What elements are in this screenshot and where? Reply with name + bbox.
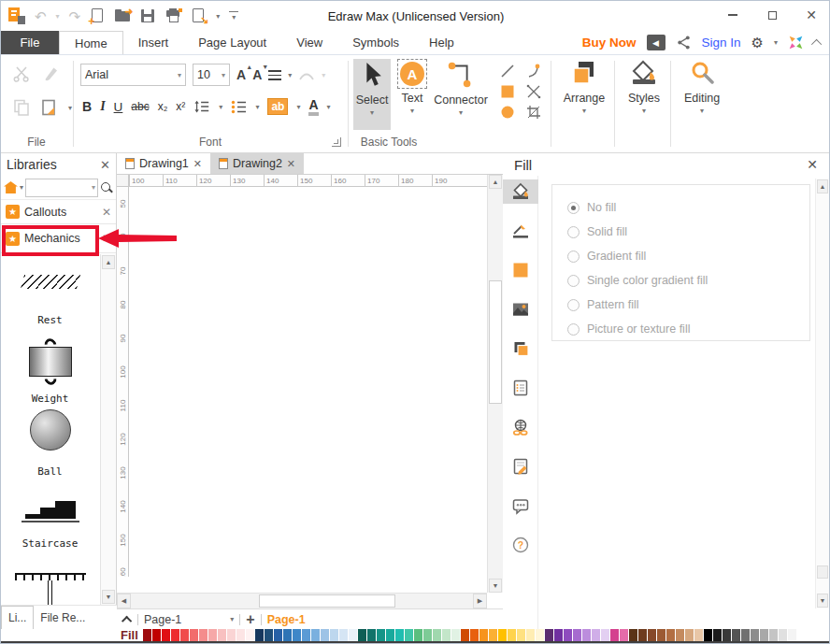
radio-icon[interactable] xyxy=(567,202,580,214)
color-swatch[interactable] xyxy=(769,629,778,641)
color-swatch[interactable] xyxy=(199,629,208,641)
arc-text-dropdown-icon[interactable]: ▾ xyxy=(322,71,325,79)
tab-page-layout[interactable]: Page Layout xyxy=(183,31,281,54)
color-swatch[interactable] xyxy=(236,629,245,641)
select-tool-button[interactable]: Select ▾ xyxy=(353,59,391,130)
shape-item-rest[interactable]: Rest xyxy=(22,267,79,326)
color-swatch[interactable] xyxy=(152,629,161,641)
highlight-dropdown-icon[interactable]: ▾ xyxy=(296,103,300,111)
underline-button[interactable]: U xyxy=(114,100,123,114)
copy-icon[interactable] xyxy=(12,98,31,117)
line-spacing-icon[interactable] xyxy=(193,99,210,114)
option-single-color-gradient-fill[interactable]: Single color gradient fill xyxy=(567,268,809,293)
tab-libraries-bottom[interactable]: Li... xyxy=(1,606,34,629)
increase-font-button[interactable]: A▲ xyxy=(236,67,246,82)
radio-icon[interactable] xyxy=(567,323,580,336)
canvas-scroll-left-icon[interactable]: ◀ xyxy=(117,594,131,608)
format-painter-icon[interactable] xyxy=(42,64,61,83)
color-swatch[interactable] xyxy=(779,629,787,641)
tab-view[interactable]: View xyxy=(281,31,337,54)
undo-dropdown-icon[interactable]: ▾ xyxy=(56,12,60,21)
canvas-scroll-right-icon[interactable]: ▶ xyxy=(473,594,487,608)
shape-item-beam[interactable] xyxy=(15,550,86,605)
color-swatch[interactable] xyxy=(405,629,413,641)
drawing1-close-icon[interactable]: ✕ xyxy=(193,158,202,170)
open-file-icon[interactable]: ➜ xyxy=(115,8,131,24)
radio-icon[interactable] xyxy=(567,299,580,311)
cross-lines-icon[interactable] xyxy=(526,84,541,99)
color-swatch[interactable] xyxy=(367,629,376,641)
color-swatch[interactable] xyxy=(180,629,189,641)
color-swatch[interactable] xyxy=(321,629,329,641)
home-dropdown-icon[interactable]: ▾ xyxy=(20,183,23,192)
fill-panel-close-icon[interactable]: ✕ xyxy=(807,157,818,172)
color-swatch[interactable] xyxy=(676,629,684,641)
close-button[interactable]: ✕ xyxy=(792,1,830,29)
library-scroll-down-icon[interactable]: ▼ xyxy=(102,590,115,604)
option-solid-fill[interactable]: Solid fill xyxy=(567,220,809,244)
edraw-logo-icon[interactable] xyxy=(8,7,25,24)
color-swatch[interactable] xyxy=(685,629,694,641)
strikethrough-button[interactable]: abc xyxy=(131,100,149,113)
cut-icon[interactable] xyxy=(12,64,31,83)
share-icon[interactable] xyxy=(676,35,692,50)
arrange-dropdown-icon[interactable]: ▾ xyxy=(582,107,586,115)
radio-icon[interactable] xyxy=(567,226,580,238)
color-swatch[interactable] xyxy=(713,629,722,641)
color-swatch[interactable] xyxy=(536,629,544,641)
collapse-ribbon-icon[interactable] xyxy=(811,38,822,49)
editing-button[interactable]: Editing ▾ xyxy=(678,59,726,130)
color-swatch[interactable] xyxy=(246,629,254,641)
color-swatch[interactable] xyxy=(190,629,198,641)
color-swatch[interactable] xyxy=(414,629,422,641)
color-swatch[interactable] xyxy=(489,629,497,641)
color-swatch[interactable] xyxy=(694,629,703,641)
color-swatch[interactable] xyxy=(311,629,320,641)
tab-symbols[interactable]: Symbols xyxy=(337,31,414,54)
color-swatch[interactable] xyxy=(162,629,170,641)
shape-item-ball[interactable]: Ball xyxy=(30,405,71,479)
color-swatch[interactable] xyxy=(479,629,488,641)
fill-scroll-down-icon[interactable]: ▼ xyxy=(817,594,828,608)
arc-tool-icon[interactable] xyxy=(526,64,541,79)
connector-dropdown-icon[interactable]: ▾ xyxy=(459,108,463,117)
buy-now-link[interactable]: Buy Now xyxy=(582,36,637,50)
color-swatch[interactable] xyxy=(723,629,731,641)
search-icon[interactable] xyxy=(100,181,113,194)
styles-dropdown-icon[interactable]: ▾ xyxy=(642,107,646,115)
color-swatch[interactable] xyxy=(330,629,338,641)
help-tab[interactable]: ? xyxy=(503,533,538,557)
add-page-button[interactable]: + xyxy=(246,612,254,627)
color-swatch[interactable] xyxy=(508,629,516,641)
color-swatch[interactable] xyxy=(657,629,665,641)
tab-file[interactable]: File xyxy=(1,31,59,54)
tab-help[interactable]: Help xyxy=(414,31,469,54)
color-swatch[interactable] xyxy=(760,629,768,641)
color-swatch[interactable] xyxy=(274,629,282,641)
color-swatch[interactable] xyxy=(293,629,301,641)
color-swatch[interactable] xyxy=(554,629,563,641)
attachment-tab[interactable] xyxy=(503,454,538,479)
tab-home[interactable]: Home xyxy=(59,31,123,54)
canvas-scroll-down-icon[interactable]: ▼ xyxy=(489,579,502,593)
color-swatch[interactable] xyxy=(498,629,507,641)
subscript-button[interactable]: x₂ xyxy=(158,100,168,113)
libraries-close-icon[interactable]: ✕ xyxy=(100,158,110,172)
settings-dropdown-icon[interactable]: ▾ xyxy=(774,38,778,47)
maximize-button[interactable] xyxy=(752,1,792,29)
hyperlink-tab[interactable] xyxy=(503,415,538,439)
color-swatch[interactable] xyxy=(620,629,628,641)
library-item-callouts[interactable]: ★ Callouts ✕ xyxy=(1,200,116,224)
color-swatch[interactable] xyxy=(218,629,226,641)
comment-tab[interactable] xyxy=(503,494,538,518)
color-swatch[interactable] xyxy=(704,629,712,641)
color-swatch[interactable] xyxy=(395,629,404,641)
color-swatch[interactable] xyxy=(629,629,637,641)
color-swatch[interactable] xyxy=(517,629,525,641)
export-dropdown-icon[interactable]: ▾ xyxy=(216,12,220,21)
select-dropdown-icon[interactable]: ▾ xyxy=(370,108,374,117)
color-swatch[interactable] xyxy=(433,629,441,641)
fill-style-tab[interactable] xyxy=(503,179,538,204)
font-size-combo[interactable]: 10▾ xyxy=(193,64,230,86)
align-icon[interactable] xyxy=(268,70,281,80)
